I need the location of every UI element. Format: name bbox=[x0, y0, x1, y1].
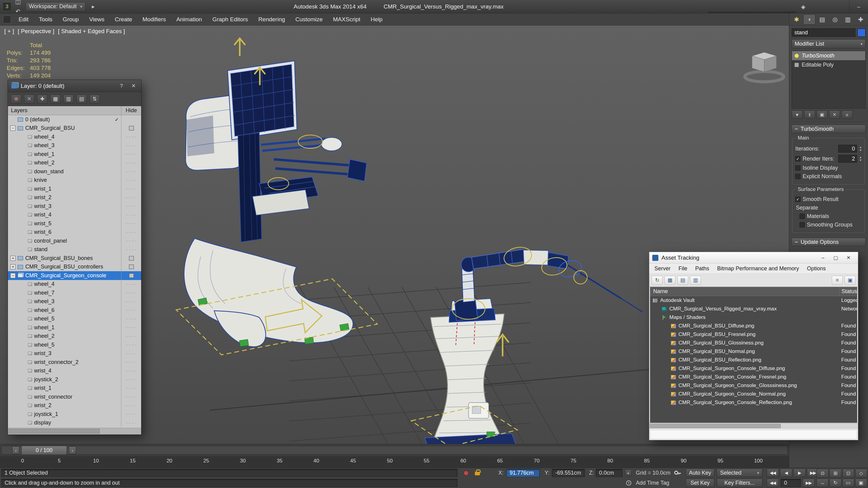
expand-toggle-icon[interactable] bbox=[10, 264, 16, 269]
viewport-nav-button[interactable]: ▭ bbox=[842, 479, 854, 487]
layer-row[interactable]: CMR_Surgical_BSU_bones bbox=[8, 254, 141, 263]
layer-row[interactable]: knive bbox=[8, 176, 141, 185]
auto-key-button[interactable]: Auto Key bbox=[686, 468, 714, 477]
hide-toggle[interactable] bbox=[121, 219, 141, 228]
layer-row[interactable]: control_panel bbox=[8, 236, 141, 246]
expand-toggle-icon[interactable] bbox=[10, 126, 16, 131]
layer-row[interactable]: wheel_4 bbox=[8, 280, 141, 289]
spinner-arrows-icon[interactable]: ▲▼ bbox=[859, 145, 862, 152]
isolate-selection-icon[interactable] bbox=[464, 471, 468, 476]
modifier-list-dropdown[interactable]: Modifier List ▾ bbox=[792, 39, 866, 48]
hide-toggle[interactable] bbox=[121, 289, 141, 297]
hide-toggle[interactable] bbox=[121, 124, 141, 133]
modifier-visibility-icon[interactable] bbox=[794, 63, 799, 67]
hide-toggle[interactable] bbox=[121, 236, 141, 246]
time-tag-clock-icon[interactable] bbox=[626, 480, 631, 486]
asset-row[interactable]: CMR_Surgical_BSU_Normal.png Found bbox=[650, 347, 857, 356]
help-button[interactable]: ? bbox=[117, 82, 126, 90]
window-control-button[interactable]: – bbox=[849, 0, 868, 13]
hide-toggle[interactable] bbox=[121, 297, 141, 306]
hide-toggle[interactable] bbox=[121, 358, 141, 367]
menu-item[interactable]: Modifiers bbox=[137, 13, 171, 25]
asset-tool-button[interactable]: ▣ bbox=[844, 276, 856, 285]
name-column-header[interactable]: Name bbox=[650, 288, 839, 295]
track-bar-ruler[interactable]: 0 5 10 15 20 25 30 35 40 45 50 55 60 65 … bbox=[0, 456, 789, 468]
layer-row[interactable]: stand bbox=[8, 246, 141, 254]
hide-toggle[interactable] bbox=[121, 375, 141, 384]
hide-toggle[interactable] bbox=[121, 228, 141, 237]
asset-row[interactable]: Maps / Shaders bbox=[650, 313, 857, 322]
asset-tracking-titlebar[interactable]: Asset Tracking – ▢ ✕ bbox=[649, 252, 858, 264]
asset-row[interactable]: CMR_Surgical_BSU_Reflection.png Found bbox=[650, 356, 857, 364]
hide-toggle[interactable] bbox=[121, 315, 141, 324]
hide-toggle[interactable] bbox=[121, 133, 141, 141]
hide-toggle[interactable] bbox=[121, 254, 141, 263]
materials-checkbox[interactable] bbox=[800, 214, 805, 219]
asset-row[interactable]: CMR_Surgical_Versus_Rigged_max_vray.max … bbox=[650, 305, 857, 313]
layer-tool-button[interactable]: ⇅ bbox=[89, 95, 100, 104]
window-control-button[interactable]: – bbox=[816, 254, 829, 262]
previous-key-button[interactable]: ◀◀ bbox=[767, 479, 779, 487]
layer-row[interactable]: CMR_Surgical_Surgeon_console bbox=[8, 271, 141, 280]
menu-item[interactable]: MAXScript bbox=[328, 13, 366, 25]
layer-row[interactable]: wrist_connector_2 bbox=[8, 358, 141, 367]
next-key-button[interactable]: ▶▶ bbox=[803, 479, 815, 487]
playback-button[interactable]: ◀ bbox=[780, 468, 792, 477]
hide-toggle[interactable] bbox=[121, 193, 141, 202]
qat-button[interactable]: ◫ bbox=[13, 0, 23, 7]
infocenter-button[interactable]: ◈ bbox=[798, 2, 808, 11]
layer-row[interactable]: wrist_5 bbox=[8, 219, 141, 228]
rollout-header-turbosmooth[interactable]: − TurboSmooth bbox=[792, 125, 866, 133]
asset-row[interactable]: Autodesk Vault Logged bbox=[650, 296, 857, 305]
menu-item[interactable]: Bitmap Performance and Memory bbox=[713, 265, 803, 272]
stack-tool-button[interactable]: ▼ bbox=[792, 110, 803, 119]
menu-item[interactable]: Graph Editors bbox=[207, 13, 253, 25]
hide-toggle[interactable] bbox=[121, 159, 141, 167]
hide-toggle[interactable] bbox=[121, 141, 141, 150]
object-name-field[interactable]: stand bbox=[792, 28, 856, 37]
menu-item[interactable]: Help bbox=[365, 13, 388, 25]
layer-row[interactable]: wheel_5 bbox=[8, 315, 141, 324]
stack-tool-button[interactable]: ‖ bbox=[804, 110, 815, 119]
window-control-button[interactable]: ▢ bbox=[829, 254, 842, 262]
command-panel-tab[interactable]: ◖ bbox=[803, 14, 815, 25]
layer-row[interactable]: down_stand bbox=[8, 167, 141, 176]
menu-item[interactable]: Group bbox=[58, 13, 84, 25]
layer-tool-button[interactable]: ✚ bbox=[37, 95, 48, 104]
asset-horizontal-scrollbar[interactable] bbox=[649, 423, 858, 429]
add-time-tag[interactable]: Add Time Tag bbox=[636, 479, 669, 487]
expand-toggle-icon[interactable] bbox=[10, 256, 16, 261]
modifier-stack-item[interactable]: Editable Poly bbox=[792, 60, 865, 69]
layer-row[interactable]: CMR_Surgical_BSU bbox=[8, 124, 141, 133]
layer-row[interactable]: wrist_connector bbox=[8, 393, 141, 401]
viewport-menu-pov[interactable]: [ Perspective ] bbox=[18, 28, 54, 35]
iterations-field[interactable]: 0 bbox=[838, 145, 857, 153]
hide-toggle[interactable] bbox=[121, 349, 141, 358]
layer-row[interactable]: wheel_4 bbox=[8, 133, 141, 141]
asset-row[interactable]: CMR_Surgical_BSU_Fresnel.png Found bbox=[650, 330, 857, 339]
asset-row[interactable]: CMR_Surgical_Surgeon_Console_Normal.png … bbox=[650, 390, 857, 398]
hide-toggle[interactable] bbox=[121, 410, 141, 419]
layer-tool-button[interactable]: ▦ bbox=[50, 95, 61, 104]
layer-row[interactable]: wrist_1 bbox=[8, 384, 141, 393]
hide-toggle[interactable] bbox=[121, 271, 141, 280]
layer-row[interactable]: display bbox=[8, 419, 141, 427]
menu-item[interactable]: Customize bbox=[290, 13, 328, 25]
rollout-header-update-options[interactable]: − Update Options bbox=[792, 238, 866, 246]
hide-toggle[interactable] bbox=[121, 167, 141, 176]
viewport-nav-button[interactable]: ↔ bbox=[816, 479, 829, 487]
spinner-arrows-icon[interactable]: ▲▼ bbox=[859, 156, 862, 162]
layer-row[interactable]: wheel_2 bbox=[8, 332, 141, 341]
stack-tool-button[interactable]: ✕ bbox=[829, 110, 840, 119]
layer-horizontal-scrollbar[interactable] bbox=[8, 428, 141, 434]
y-coordinate-field[interactable]: -69.551cm bbox=[552, 469, 585, 477]
command-panel-tab[interactable]: ▥ bbox=[842, 14, 854, 25]
hide-toggle[interactable] bbox=[121, 384, 141, 393]
workspace-extra-icon[interactable]: ▸ bbox=[88, 2, 98, 11]
layer-tool-button[interactable]: ▥ bbox=[63, 95, 74, 104]
hide-toggle[interactable] bbox=[121, 176, 141, 185]
modifier-visibility-icon[interactable] bbox=[794, 54, 799, 58]
hide-toggle[interactable] bbox=[121, 393, 141, 401]
layer-row[interactable]: wheel_3 bbox=[8, 297, 141, 306]
layer-row[interactable]: wheel_1 bbox=[8, 323, 141, 332]
